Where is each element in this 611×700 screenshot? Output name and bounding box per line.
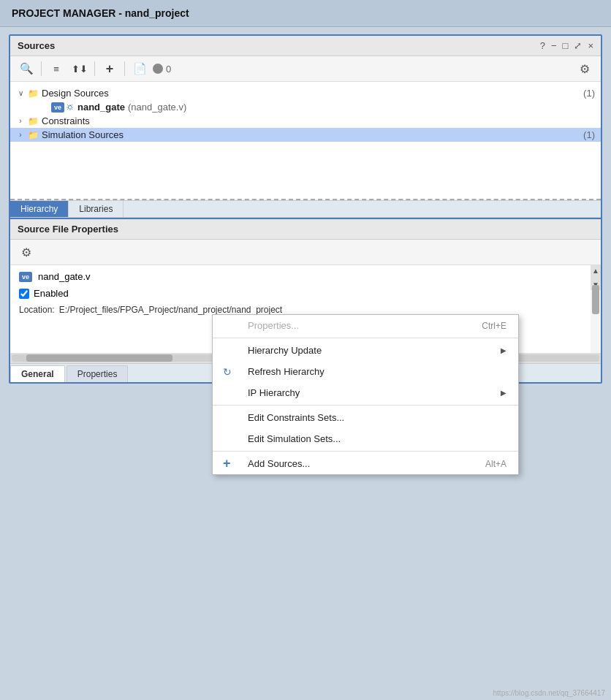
tab-libraries[interactable]: Libraries (69, 201, 124, 217)
constraints-label: Constraints (42, 115, 595, 126)
menu-hierarchy-label: Hierarchy Update (248, 345, 322, 356)
tree-item-constraints[interactable]: › 📁 Constraints (10, 114, 601, 128)
badge-circle (153, 64, 163, 74)
bottom-tab-general[interactable]: General (10, 365, 65, 382)
sfp-enabled-row: Enabled (19, 288, 576, 299)
window-controls: ? − □ ⤢ × (540, 40, 593, 51)
sources-panel: Sources ? − □ ⤢ × 🔍 ≡ ⬆⬇ + 📄 0 ⚙ (10, 36, 601, 218)
gear-button[interactable]: ⚙ (574, 59, 595, 78)
help-icon[interactable]: ? (540, 40, 545, 51)
restore-icon[interactable]: ⤢ (574, 40, 582, 51)
folder-icon-constraints: 📁 (28, 116, 39, 126)
watermark: https://blog.csdn.net/qq_37664417 (493, 689, 605, 697)
vscroll-up[interactable]: ▲ (591, 265, 601, 276)
tab-hierarchy[interactable]: Hierarchy (10, 201, 69, 217)
sfp-toolbar: ⚙ (10, 240, 601, 265)
sim-sources-label: Simulation Sources (42, 129, 580, 140)
menu-sep-1 (213, 338, 518, 338)
menu-item-hierarchy-update[interactable]: Hierarchy Update ▶ (213, 340, 518, 361)
menu-add-shortcut: Alt+A (485, 459, 506, 469)
tree-item-nand-gate[interactable]: ve ⛭ nand_gate (nand_gate.v) (10, 100, 601, 114)
filter-button[interactable]: ⬆⬇ (69, 59, 90, 78)
sfp-path: E:/Project_files/FPGA_Project/nand_proje… (59, 305, 283, 315)
toolbar-sep-3 (124, 61, 125, 76)
tabs-row: Hierarchy Libraries (10, 200, 601, 217)
menu-item-properties[interactable]: Properties... Ctrl+E (213, 315, 518, 336)
app-title: PROJECT MANAGER - nand_project (12, 7, 189, 19)
hscroll-thumb[interactable] (26, 354, 172, 362)
menu-item-ip-hierarchy[interactable]: IP Hierarchy ▶ (213, 382, 518, 403)
design-sources-label: Design Sources (42, 88, 580, 99)
folder-icon-design: 📁 (28, 88, 39, 99)
menu-item-edit-constraints[interactable]: Edit Constraints Sets... (213, 407, 518, 428)
menu-constraints-label: Edit Constraints Sets... (248, 412, 344, 423)
sfp-header: Source File Properties (10, 219, 601, 240)
refresh-icon: ↻ (223, 366, 232, 378)
menu-simulation-label: Edit Simulation Sets... (248, 433, 341, 444)
title-bar: PROJECT MANAGER - nand_project (0, 0, 611, 27)
bottom-tab-properties[interactable]: Properties (67, 365, 129, 382)
close-icon[interactable]: × (588, 40, 593, 51)
tree-item-design-sources[interactable]: ∨ 📁 Design Sources (1) (10, 86, 601, 100)
menu-sep-3 (213, 451, 518, 452)
sim-sources-count: (1) (583, 129, 595, 140)
menu-item-edit-simulation[interactable]: Edit Simulation Sets... (213, 428, 518, 449)
toolbar-sep-2 (94, 61, 95, 76)
menu-sep-2 (213, 405, 518, 406)
menu-item-refresh-hierarchy[interactable]: ↻ Refresh Hierarchy (213, 361, 518, 382)
nand-gate-label: nand_gate (77, 102, 125, 113)
design-sources-count: (1) (583, 88, 595, 99)
enabled-checkbox[interactable] (19, 289, 29, 299)
submenu-arrow-ip: ▶ (501, 389, 506, 397)
vscrollbar[interactable]: ▲ ▼ (591, 265, 601, 290)
tree-area: ∨ 📁 Design Sources (1) ve ⛭ nand_gate (n… (10, 82, 601, 199)
expand-arrow-sim: › (16, 131, 25, 139)
badge-count: 0 (166, 64, 171, 75)
sfp-file-badge: ve (19, 272, 32, 282)
vscroll-thumb[interactable] (592, 285, 599, 314)
collapse-button[interactable]: ≡ (46, 59, 67, 78)
expand-arrow-constraints: › (16, 117, 25, 125)
menu-properties-label: Properties... (248, 320, 299, 331)
minimize-icon[interactable]: − (551, 40, 557, 51)
verilog-badge: ve (51, 102, 64, 113)
sfp-location-row: Location: E:/Project_files/FPGA_Project/… (19, 305, 576, 315)
toolbar-sep-1 (41, 61, 42, 76)
folder-icon-sim: 📁 (28, 130, 39, 140)
badge-area: 0 (153, 64, 171, 75)
menu-ip-label: IP Hierarchy (248, 387, 300, 398)
enabled-label: Enabled (34, 288, 69, 299)
submenu-arrow-hierarchy: ▶ (501, 346, 506, 354)
tree-item-sim-sources[interactable]: › 📁 Simulation Sources (1) (10, 128, 601, 142)
menu-item-add-sources[interactable]: + Add Sources... Alt+A (213, 453, 518, 474)
toolbar-row: 🔍 ≡ ⬆⬇ + 📄 0 ⚙ (10, 56, 601, 82)
sources-header: Sources ? − □ ⤢ × (10, 36, 601, 56)
sfp-filename-label: nand_gate.v (38, 271, 91, 282)
sfp-filename-row: ve nand_gate.v (19, 271, 576, 282)
location-label: Location: (19, 305, 55, 315)
nand-gate-file: (nand_gate.v) (128, 102, 186, 113)
menu-properties-shortcut: Ctrl+E (482, 321, 506, 331)
search-button[interactable]: 🔍 (16, 59, 37, 78)
sources-title: Sources (18, 40, 55, 51)
menu-refresh-label: Refresh Hierarchy (248, 366, 325, 377)
sfp-gear-button[interactable]: ⚙ (16, 243, 37, 262)
sfp-title: Source File Properties (18, 224, 118, 235)
expand-arrow-design: ∨ (16, 89, 25, 97)
doc-button[interactable]: 📄 (129, 59, 150, 78)
add-button[interactable]: + (99, 59, 120, 78)
menu-add-label: Add Sources... (248, 458, 310, 469)
context-menu: Properties... Ctrl+E Hierarchy Update ▶ … (212, 314, 519, 475)
maximize-icon[interactable]: □ (563, 40, 569, 51)
plus-icon: + (223, 456, 231, 471)
schematic-icon: ⛭ (66, 102, 75, 113)
